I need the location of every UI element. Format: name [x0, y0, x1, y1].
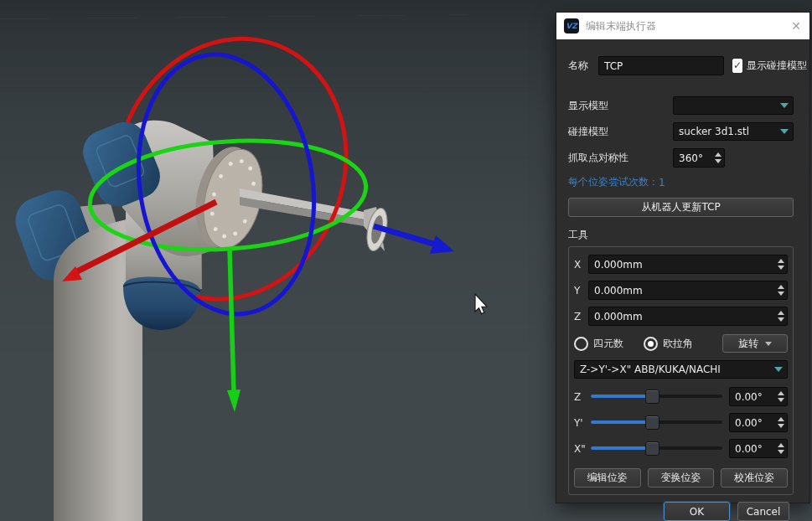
collision-model-label: 碰撞模型	[568, 125, 673, 139]
offset-x-row: X 0.000mm	[574, 255, 788, 274]
spin-down-icon[interactable]	[778, 424, 784, 428]
spin-up-icon[interactable]	[778, 443, 784, 447]
spin-up-icon[interactable]	[778, 285, 784, 289]
angle-z-label: Z	[574, 391, 589, 403]
pose-buttons-row: 编辑位姿 变换位姿 校准位姿	[574, 468, 788, 487]
offset-x-label: X	[574, 259, 588, 271]
radio-quaternion-label: 四元数	[593, 337, 623, 351]
slider-fill	[591, 395, 653, 398]
angle-x-slider[interactable]	[589, 440, 724, 457]
angle-y-spinbox[interactable]: 0.00°	[729, 413, 788, 432]
dialog-title-bar[interactable]: VZ 编辑末端执行器 ✕	[556, 13, 809, 39]
spin-up-icon[interactable]	[778, 417, 784, 421]
display-model-label: 显示模型	[568, 99, 673, 113]
offset-z-spinbox[interactable]: 0.000mm	[588, 307, 788, 326]
angle-z-row: Z 0.00°	[574, 387, 788, 406]
robot-arm	[9, 116, 391, 521]
mouse-cursor	[475, 294, 487, 314]
angle-y-row: Y' 0.00°	[574, 413, 788, 432]
angle-y-slider[interactable]	[589, 414, 724, 431]
ok-button[interactable]: OK	[664, 502, 730, 521]
radio-euler[interactable]	[644, 337, 658, 351]
angle-x-row: X" 0.00°	[574, 439, 788, 458]
angle-z-spinbox[interactable]: 0.00°	[729, 387, 788, 406]
name-row: 名称 ✓ 显示碰撞模型	[568, 56, 794, 75]
cancel-button[interactable]: Cancel	[737, 502, 789, 521]
angle-z-value: 0.00°	[730, 388, 774, 405]
update-tcp-button[interactable]: 从机器人更新TCP	[568, 198, 794, 217]
angle-y-value: 0.00°	[730, 414, 774, 431]
collision-model-select[interactable]: sucker 3d1.stl	[673, 122, 794, 141]
rotation-mode-row: 四元数 欧拉角 旋转	[574, 334, 788, 353]
spin-up-icon[interactable]	[778, 391, 784, 395]
symmetry-row: 抓取点对称性 360°	[568, 148, 794, 168]
offset-y-label: Y	[574, 285, 588, 297]
dialog-title: 编辑末端执行器	[586, 19, 791, 34]
euler-order-select[interactable]: Z->Y'->X" ABB/KUKA/NACHI	[574, 360, 788, 379]
offset-x-value: 0.000mm	[589, 255, 774, 273]
spin-down-icon[interactable]	[778, 266, 784, 270]
chevron-down-icon	[774, 367, 783, 372]
spin-down-icon[interactable]	[715, 159, 721, 163]
collision-model-value: sucker 3d1.stl	[674, 126, 776, 137]
radio-euler-label: 欧拉角	[663, 337, 722, 351]
angle-y-label: Y'	[574, 417, 589, 429]
tool-group-label: 工具	[568, 228, 794, 242]
name-input[interactable]	[598, 56, 724, 75]
angle-z-slider[interactable]	[589, 388, 724, 405]
offset-z-row: Z 0.000mm	[574, 307, 788, 326]
spin-up-icon[interactable]	[715, 152, 721, 157]
slider-handle[interactable]	[645, 441, 659, 456]
axis-arrow-z[interactable]	[374, 226, 454, 254]
angle-x-value: 0.00°	[730, 440, 774, 457]
spin-down-icon[interactable]	[778, 317, 784, 322]
angle-x-spinbox[interactable]: 0.00°	[729, 439, 788, 458]
slider-fill	[591, 420, 653, 424]
dialog-footer: OK Cancel	[568, 502, 794, 521]
attempts-label: 每个位姿尝试次数：	[568, 175, 659, 189]
close-icon[interactable]: ✕	[791, 20, 801, 32]
spin-up-icon[interactable]	[778, 259, 784, 263]
chevron-down-icon	[765, 342, 772, 346]
attempts-value: 1	[659, 177, 665, 188]
offset-y-value: 0.000mm	[589, 281, 774, 299]
axis-arrow-y[interactable]	[227, 249, 240, 412]
transform-pose-button[interactable]: 变换位姿	[648, 468, 715, 487]
slider-fill	[591, 446, 653, 450]
tool-group-box: X 0.000mm Y 0.000mm Z 0.000mm	[568, 246, 794, 495]
offset-z-value: 0.000mm	[589, 307, 774, 325]
edit-pose-button[interactable]: 编辑位姿	[574, 468, 641, 487]
symmetry-value: 360°	[674, 149, 711, 167]
offset-y-spinbox[interactable]: 0.000mm	[588, 281, 788, 300]
offset-x-spinbox[interactable]: 0.000mm	[588, 255, 788, 274]
spin-down-icon[interactable]	[778, 450, 784, 454]
offset-y-row: Y 0.000mm	[574, 281, 788, 300]
symmetry-spinbox[interactable]: 360°	[673, 148, 725, 168]
display-model-row: 显示模型	[568, 96, 794, 115]
euler-order-value: Z->Y'->X" ABB/KUKA/NACHI	[575, 364, 770, 375]
attempts-row: 每个位姿尝试次数： 1	[568, 175, 794, 189]
rotate-button-label: 旋转	[738, 337, 758, 351]
app-logo-icon: VZ	[564, 18, 579, 34]
slider-handle[interactable]	[645, 389, 659, 404]
name-label: 名称	[568, 59, 588, 73]
display-model-select[interactable]	[673, 96, 794, 115]
edit-end-effector-dialog: VZ 编辑末端执行器 ✕ 名称 ✓ 显示碰撞模型 显示模型 碰撞模型 sucke…	[556, 12, 810, 503]
collision-model-row: 碰撞模型 sucker 3d1.stl	[568, 122, 794, 141]
spin-down-icon[interactable]	[778, 398, 784, 402]
symmetry-label: 抓取点对称性	[568, 151, 673, 165]
slider-handle[interactable]	[645, 415, 659, 430]
chevron-down-icon	[780, 129, 789, 134]
angle-x-label: X"	[574, 443, 589, 455]
rotate-dropdown-button[interactable]: 旋转	[722, 334, 788, 353]
spin-up-icon[interactable]	[778, 311, 784, 315]
spin-down-icon[interactable]	[778, 291, 784, 296]
offset-z-label: Z	[574, 311, 588, 322]
show-collision-label: 显示碰撞模型	[747, 59, 807, 73]
radio-quaternion[interactable]	[574, 337, 588, 351]
chevron-down-icon	[780, 103, 789, 108]
show-collision-checkbox[interactable]: ✓	[732, 59, 742, 73]
calibrate-pose-button[interactable]: 校准位姿	[721, 468, 788, 487]
